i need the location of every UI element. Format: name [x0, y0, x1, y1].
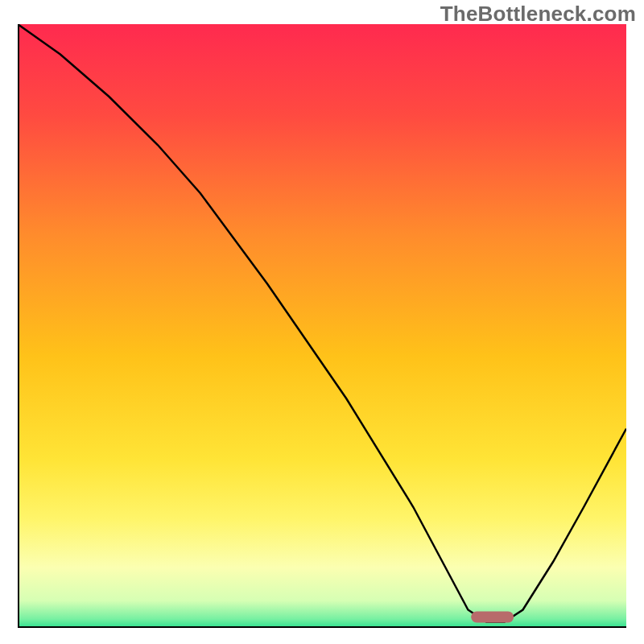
watermark-text: TheBottleneck.com: [440, 2, 636, 27]
chart-stage: TheBottleneck.com: [0, 0, 644, 644]
optimum-marker: [471, 612, 514, 623]
chart-plot: [18, 24, 626, 628]
chart-background: [18, 24, 626, 628]
